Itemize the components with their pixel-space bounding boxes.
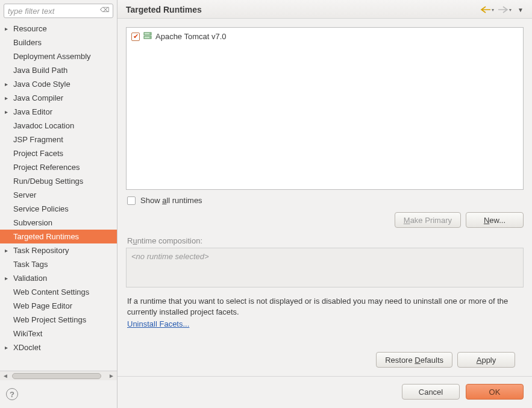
tree-item-label: Java Build Path xyxy=(5,66,67,75)
tree-item-label: WikiText xyxy=(5,329,42,338)
expand-arrow-icon[interactable]: ▸ xyxy=(5,25,12,32)
filter-input[interactable] xyxy=(4,4,113,18)
expand-arrow-icon[interactable]: ▸ xyxy=(5,108,12,115)
runtime-composition-label: Runtime composition: xyxy=(126,236,524,248)
view-menu-icon[interactable]: ▼ xyxy=(518,7,524,13)
runtime-row[interactable]: Apache Tomcat v7.0 xyxy=(129,30,521,43)
tree-item-label: Java Editor xyxy=(12,107,52,116)
tree-item-label: Web Project Settings xyxy=(5,315,86,324)
nav-forward-button[interactable]: ▾ xyxy=(498,6,512,13)
tree-item[interactable]: Web Project Settings xyxy=(0,313,117,327)
svg-point-3 xyxy=(149,37,151,38)
tree-item-label: Project Facets xyxy=(5,149,63,158)
server-icon xyxy=(143,31,152,42)
tree-item-label: Java Code Style xyxy=(12,80,70,89)
runtime-composition-box: <no runtime selected> xyxy=(126,248,524,287)
tree-item[interactable]: ▸Java Editor xyxy=(0,105,117,119)
tree-item[interactable]: Task Tags xyxy=(0,257,117,271)
tree-item-label: Run/Debug Settings xyxy=(5,177,83,186)
help-icon[interactable]: ? xyxy=(6,388,18,400)
tree-item-label: Server xyxy=(5,190,36,199)
tree-item-label: Web Content Settings xyxy=(5,287,89,297)
tree-item-label: Builders xyxy=(5,38,42,47)
restore-defaults-button[interactable]: Restore Defaults xyxy=(376,352,452,368)
tree-item[interactable]: Project References xyxy=(0,160,117,174)
tree-item[interactable]: Service Policies xyxy=(0,202,117,216)
sidebar: ⌫ ▸ResourceBuildersDeployment AssemblyJa… xyxy=(0,0,117,408)
nav-back-button[interactable]: ▾ xyxy=(480,6,494,13)
expand-arrow-icon[interactable]: ▸ xyxy=(5,81,12,87)
tree-item[interactable]: Web Content Settings xyxy=(0,285,117,299)
expand-arrow-icon[interactable]: ▸ xyxy=(5,247,12,254)
tree-item[interactable]: Deployment Assembly xyxy=(0,49,117,63)
clear-filter-icon[interactable]: ⌫ xyxy=(100,6,110,14)
runtime-label: Apache Tomcat v7.0 xyxy=(155,32,227,41)
show-all-runtimes-label: Show all runtimes xyxy=(140,196,202,205)
tree-item[interactable]: Targeted Runtimes xyxy=(0,230,117,243)
tree-item[interactable]: JSP Fragment xyxy=(0,133,117,146)
tree-item-label: Resource xyxy=(12,24,47,33)
tree-item-label: Task Tags xyxy=(5,260,48,269)
tree-item[interactable]: Server xyxy=(0,188,117,202)
tree-item[interactable]: Builders xyxy=(0,36,117,49)
tree-item[interactable]: ▸Resource xyxy=(0,22,117,36)
tree-item-label: Javadoc Location xyxy=(5,121,74,130)
uninstall-facets-link[interactable]: Uninstall Facets... xyxy=(126,319,524,334)
runtime-checkbox[interactable] xyxy=(131,33,140,41)
main-pane: Targeted Runtimes ▾ ▾ ▼ Apache Tomcat v7… xyxy=(117,0,532,408)
tree-item[interactable]: Web Page Editor xyxy=(0,299,117,313)
tree-item-label: Subversion xyxy=(5,218,52,227)
tree-item-label: Validation xyxy=(12,274,47,283)
horizontal-scrollbar[interactable]: ◄ ► xyxy=(0,371,117,380)
tree-item[interactable]: Subversion xyxy=(0,216,117,230)
tree-item[interactable]: ▸XDoclet xyxy=(0,341,117,354)
page-header: Targeted Runtimes ▾ ▾ ▼ xyxy=(117,0,532,19)
ok-button[interactable]: OK xyxy=(466,384,524,400)
tree-item[interactable]: ▸Validation xyxy=(0,271,117,285)
tree-item-label: Java Compiler xyxy=(12,93,63,102)
make-primary-button[interactable]: Make Primary xyxy=(395,212,461,228)
tree-item-label: Service Policies xyxy=(5,204,69,213)
expand-arrow-icon[interactable]: ▸ xyxy=(5,344,12,351)
tree-item[interactable]: ▸Task Repository xyxy=(0,243,117,257)
runtimes-list[interactable]: Apache Tomcat v7.0 xyxy=(126,27,524,190)
tree-item-label: Project References xyxy=(5,163,80,172)
tree-item-label: XDoclet xyxy=(12,343,41,352)
new-runtime-button[interactable]: New... xyxy=(466,212,524,228)
tree-item[interactable]: ▸Java Code Style xyxy=(0,77,117,91)
expand-arrow-icon[interactable]: ▸ xyxy=(5,95,12,101)
tree-item[interactable]: Run/Debug Settings xyxy=(0,174,117,188)
tree-item[interactable]: Java Build Path xyxy=(0,63,117,77)
preferences-tree[interactable]: ▸ResourceBuildersDeployment AssemblyJava… xyxy=(0,20,117,371)
tree-item-label: JSP Fragment xyxy=(5,135,63,144)
tree-item[interactable]: ▸Java Compiler xyxy=(0,91,117,105)
tree-item[interactable]: WikiText xyxy=(0,327,117,341)
tree-item-label: Web Page Editor xyxy=(5,301,72,310)
expand-arrow-icon[interactable]: ▸ xyxy=(5,275,12,281)
tree-item[interactable]: Javadoc Location xyxy=(0,119,117,133)
tree-item-label: Targeted Runtimes xyxy=(5,232,79,241)
cancel-button[interactable]: Cancel xyxy=(402,384,460,400)
tree-item-label: Task Repository xyxy=(12,246,69,255)
page-title: Targeted Runtimes xyxy=(126,5,477,14)
show-all-runtimes-checkbox[interactable] xyxy=(127,196,136,205)
svg-point-2 xyxy=(149,33,151,34)
tree-item-label: Deployment Assembly xyxy=(5,52,91,61)
info-text: If a runtime that you want to select is … xyxy=(126,287,524,319)
apply-button[interactable]: Apply xyxy=(457,352,515,368)
tree-item[interactable]: Project Facets xyxy=(0,146,117,160)
